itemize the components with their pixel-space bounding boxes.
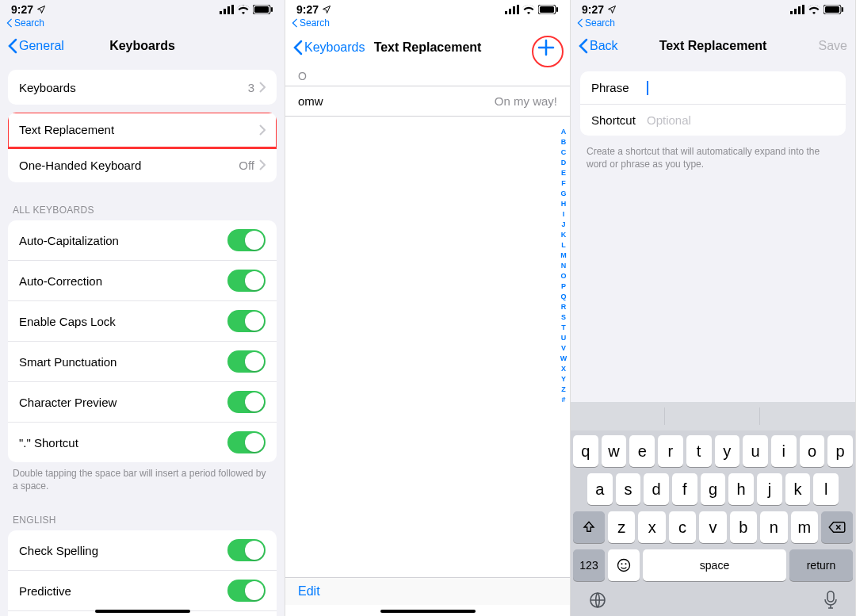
backspace-key[interactable] [821,511,853,543]
alphabet-index[interactable]: ABCDEFGHIJKLMNOPQRSTUVWXYZ# [559,127,568,405]
index-letter[interactable]: G [559,189,568,199]
svg-rect-6 [271,7,273,12]
suggestion-slot[interactable] [571,407,665,425]
index-letter[interactable]: Z [559,385,568,395]
keyboard-row-2: asdfghjkl [573,473,853,505]
pane-keyboards-settings: 9:27 Search General Keyboards Keyboards … [0,0,285,616]
nav-back-button[interactable]: General [8,38,64,54]
key-z[interactable]: z [608,511,635,543]
key-a[interactable]: a [587,473,613,505]
index-letter[interactable]: T [559,323,568,333]
index-letter[interactable]: # [559,395,568,405]
key-e[interactable]: e [629,435,655,467]
cell-one-handed-keyboard[interactable]: One-Handed Keyboard Off [8,147,277,182]
back-to-search[interactable]: Search [285,16,570,33]
section-all-keyboards-title: ALL KEYBOARDS [0,190,285,220]
key-i[interactable]: i [771,435,797,467]
key-g[interactable]: g [701,473,726,505]
index-letter[interactable]: S [559,312,568,323]
key-d[interactable]: d [644,473,669,505]
cell-text-replacement[interactable]: Text Replacement [8,113,277,147]
dictation-key[interactable] [824,591,838,610]
key-m[interactable]: m [791,511,818,543]
nav-back-button[interactable]: Keyboards [293,40,365,55]
key-f[interactable]: f [672,473,697,505]
index-letter[interactable]: I [559,209,568,220]
switch-check-spelling[interactable] [227,539,266,561]
switch-character-preview[interactable] [227,391,266,413]
save-button[interactable]: Save [819,39,847,53]
shift-key[interactable] [573,511,605,543]
key-x[interactable]: x [638,511,665,543]
cell-keyboards[interactable]: Keyboards 3 [8,70,277,105]
location-icon [36,5,46,14]
index-letter[interactable]: V [559,343,568,354]
globe-key[interactable] [588,591,607,610]
key-k[interactable]: k [785,473,811,505]
index-letter[interactable]: P [559,281,568,292]
index-letter[interactable]: N [559,261,568,271]
index-letter[interactable]: H [559,199,568,209]
key-y[interactable]: y [715,435,740,467]
key-u[interactable]: u [743,435,768,467]
home-indicator[interactable] [95,610,190,613]
numbers-key[interactable]: 123 [573,549,605,581]
suggestion-slot[interactable] [761,407,854,425]
home-indicator[interactable] [380,610,476,613]
key-o[interactable]: o [800,435,825,467]
key-n[interactable]: n [760,511,787,543]
key-w[interactable]: w [602,435,627,467]
add-button[interactable] [537,38,562,57]
switch-enable-caps-lock[interactable] [227,310,266,332]
key-h[interactable]: h [728,473,754,505]
index-letter[interactable]: J [559,220,568,230]
key-v[interactable]: v [699,511,726,543]
key-j[interactable]: j [757,473,782,505]
index-letter[interactable]: L [559,240,568,251]
index-letter[interactable]: Y [559,374,568,385]
keyboard-row-4: 123 space return [573,549,853,581]
emoji-key[interactable] [608,549,640,581]
index-letter[interactable]: B [559,137,568,147]
index-letter[interactable]: U [559,333,568,343]
index-letter[interactable]: R [559,302,568,312]
index-letter[interactable]: F [559,178,568,189]
switch-predictive[interactable] [227,580,266,602]
index-letter[interactable]: X [559,364,568,374]
key-r[interactable]: r [658,435,683,467]
index-letter[interactable]: C [559,147,568,158]
return-key[interactable]: return [789,549,853,581]
key-c[interactable]: c [669,511,696,543]
suggestion-bar[interactable] [571,402,855,430]
shortcut-row[interactable]: Shortcut Optional [580,105,846,136]
switch-auto-correction[interactable] [227,270,266,292]
space-key[interactable]: space [643,549,786,581]
index-letter[interactable]: E [559,168,568,178]
shortcut-input[interactable]: Optional [647,113,835,127]
index-letter[interactable]: W [559,354,568,364]
phrase-input[interactable] [647,80,835,95]
back-to-search[interactable]: Search [0,16,285,33]
phrase-row[interactable]: Phrase [580,71,846,105]
nav-back-button[interactable]: Back [579,38,618,54]
switch-auto-capitalization[interactable] [227,229,266,251]
key-b[interactable]: b [730,511,757,543]
switch-smart-punctuation[interactable] [227,350,266,373]
index-letter[interactable]: A [559,127,568,137]
index-letter[interactable]: K [559,230,568,240]
key-t[interactable]: t [686,435,712,467]
back-to-search[interactable]: Search [571,16,855,33]
index-letter[interactable]: D [559,158,568,168]
key-p[interactable]: p [827,435,853,467]
index-letter[interactable]: Q [559,292,568,302]
suggestion-slot[interactable] [666,407,759,425]
index-letter[interactable]: M [559,251,568,261]
key-s[interactable]: s [616,473,641,505]
key-l[interactable]: l [813,473,839,505]
edit-button[interactable]: Edit [298,584,320,598]
key-q[interactable]: q [573,435,598,467]
index-letter[interactable]: O [559,271,568,281]
switch-period-shortcut[interactable] [227,431,266,453]
replacement-row[interactable]: omw On my way! [285,86,570,116]
svg-rect-20 [842,7,843,12]
